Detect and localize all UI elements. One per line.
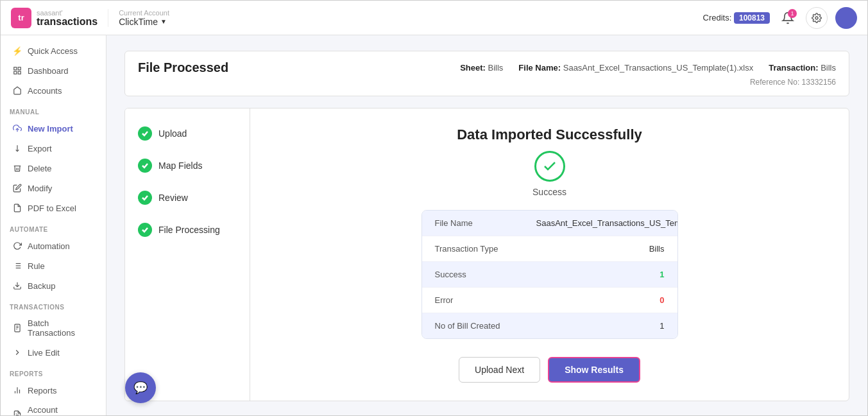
svg-rect-1 [14,67,17,70]
main-content: File Processed Sheet: Bills File Name: S… [106,35,867,415]
section-label-manual: MANUAL [1,101,106,118]
backup-icon [12,281,22,291]
step-check-map-fields [138,159,152,173]
automation-icon [12,241,22,251]
new-import-icon [12,123,22,134]
show-results-button[interactable]: Show Results [548,357,640,383]
sidebar-item-pdf-to-excel[interactable]: PDF to Excel [3,198,103,218]
svg-rect-4 [18,71,21,74]
step-file-processing: File Processing [138,223,237,237]
user-avatar[interactable] [835,7,857,29]
current-account-label: Current Account [119,9,169,17]
result-row-filename: File Name SaasAnt_Excel_Transactions_US_… [422,211,677,236]
sidebar-item-new-import[interactable]: New Import [3,119,103,138]
page-header: File Processed Sheet: Bills File Name: S… [124,51,849,96]
step-map-fields: Map Fields [138,159,237,173]
rule-icon [12,261,22,271]
sidebar: ⚡ Quick Access Dashboard Accounts MANUAL [1,35,106,415]
section-label-automate: AUTOMATE [1,218,106,236]
brand-name-top: saasant' [37,9,98,17]
section-label-reports: REPORTS [1,363,106,380]
transaction-info: Transaction: Bills [769,63,836,73]
account-selector[interactable]: ClickTime ▼ [119,17,169,27]
credits-display: Credits: 100813 [703,13,770,22]
sidebar-item-live-edit[interactable]: Live Edit [3,343,103,362]
notification-button[interactable]: 1 [778,8,798,28]
svg-rect-2 [18,67,21,70]
pdf-icon [12,203,22,213]
delete-icon [12,163,22,173]
live-edit-icon [12,347,22,358]
sidebar-item-accounts[interactable]: Accounts [3,81,103,100]
sidebar-item-backup[interactable]: Backup [3,276,103,295]
brand-icon: tr [11,8,31,28]
upload-next-button[interactable]: Upload Next [459,357,540,383]
batch-icon [12,323,22,333]
settings-button[interactable] [806,7,828,29]
sidebar-item-quick-access[interactable]: ⚡ Quick Access [3,41,103,60]
step-upload: Upload [138,126,237,141]
result-title: Data Imported Successfully [457,126,642,143]
sidebar-item-account-summary[interactable]: Account Summary [3,401,103,415]
action-buttons: Upload Next Show Results [459,357,640,383]
result-row-bill-created: No of Bill Created 1 [422,313,677,338]
sidebar-item-rule[interactable]: Rule [3,256,103,275]
success-label: Success [532,187,566,197]
header-meta: Sheet: Bills File Name: SaasAnt_Excel_Tr… [460,63,836,73]
main-card: Upload Map Fields Review [124,108,849,401]
sidebar-item-modify[interactable]: Modify [3,178,103,198]
step-check-file-processing [138,223,152,237]
dashboard-icon [12,65,22,76]
result-column: Data Imported Successfully Success File … [250,108,849,401]
sidebar-item-dashboard[interactable]: Dashboard [3,61,103,80]
result-table: File Name SaasAnt_Excel_Transactions_US_… [421,210,678,339]
reports-icon [12,385,22,395]
brand-logo: tr saasant' transactions [11,8,98,28]
svg-rect-3 [14,71,17,74]
page-title: File Processed [138,60,228,75]
result-row-error: Error 0 [422,288,677,313]
svg-point-0 [815,17,818,19]
sidebar-item-automation[interactable]: Automation [3,236,103,256]
brand-name-bottom: transactions [37,17,98,27]
modify-icon [12,183,22,193]
account-summary-icon [12,410,22,415]
result-row-transaction-type: Transaction Type Bills [422,236,677,262]
sidebar-item-reports[interactable]: Reports [3,381,103,400]
steps-column: Upload Map Fields Review [125,108,250,401]
reference-number: Reference No: 13332156 [138,78,836,87]
sidebar-item-export[interactable]: Export [3,139,103,158]
step-check-upload [138,126,152,141]
accounts-icon [12,85,22,96]
sidebar-item-delete[interactable]: Delete [3,159,103,178]
filename-info: File Name: SaasAnt_Excel_Transactions_US… [518,63,753,73]
credits-value: 100813 [734,12,770,24]
sidebar-item-batch-transactions[interactable]: Batch Transactions [3,314,103,342]
success-circle [534,151,565,182]
export-icon [12,143,22,153]
result-row-success: Success 1 [422,262,677,288]
section-label-transactions: TRANSACTIONS [1,296,106,313]
step-review: Review [138,191,237,205]
chat-button[interactable]: 💬 [125,372,156,403]
quick-access-icon: ⚡ [12,46,22,56]
sheet-info: Sheet: Bills [460,63,503,73]
step-check-review [138,191,152,205]
notification-badge: 1 [788,9,797,18]
